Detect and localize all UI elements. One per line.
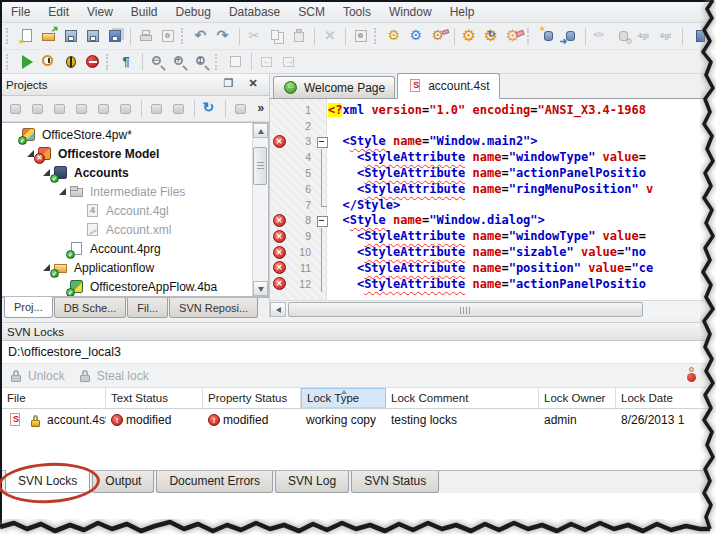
schedule-button[interactable]	[38, 51, 60, 72]
code-line-8[interactable]: 8 <Style name="Window.dialog">	[270, 213, 714, 229]
folder-open-icon	[41, 28, 58, 44]
editor-hscrollbar[interactable]	[270, 300, 714, 318]
debug-button[interactable]	[60, 51, 82, 72]
clipped-button[interactable]	[687, 26, 709, 47]
tree-item-accounts[interactable]: Accounts	[2, 163, 268, 182]
menu-item-scm[interactable]: SCM	[289, 5, 334, 19]
code-line-6[interactable]: 6 <StyleAttribute name="ringMenuPosition…	[270, 181, 714, 197]
code-line-3[interactable]: 3 <Style name="Window.main2">	[270, 134, 714, 150]
fold-toggle-icon[interactable]	[315, 134, 328, 150]
rebuild-button[interactable]	[406, 26, 428, 47]
zoom-in-button[interactable]: +	[169, 51, 191, 72]
zoom-1-icon: 1	[194, 54, 211, 70]
menu-item-tools[interactable]: Tools	[334, 5, 380, 19]
menu-item-build[interactable]: Build	[122, 5, 167, 19]
code-text: <StyleAttribute name="actionPanelPositio	[328, 277, 646, 291]
scroll-up-icon[interactable]	[253, 123, 268, 138]
code-line-1[interactable]: 1<?xml version="1.0" encoding="ANSI_X3.4…	[270, 102, 714, 118]
editor-tab-welcome-page[interactable]: Welcome Page	[273, 76, 395, 98]
column-header-lock-date[interactable]: Lock Date	[616, 388, 722, 408]
bottom-tab-document-errors[interactable]: Document Errors	[156, 471, 273, 493]
code-line-4[interactable]: 4 <StyleAttribute name="windowType" valu…	[270, 149, 714, 165]
code-line-2[interactable]: 2	[270, 118, 714, 134]
refresh-button[interactable]	[199, 98, 221, 119]
close-panel-button[interactable]	[243, 74, 265, 95]
expander-icon[interactable]	[56, 185, 69, 198]
menu-item-edit[interactable]: Edit	[39, 5, 78, 19]
panel-tab-svn-reposi[interactable]: SVN Reposi...	[169, 298, 258, 318]
stop-button[interactable]	[82, 51, 104, 72]
menu-item-window[interactable]: Window	[380, 5, 441, 19]
whitespace-button[interactable]	[116, 51, 138, 72]
tree-item-officestore-4pw[interactable]: OfficeStore.4pw*	[2, 125, 268, 144]
import-database-button[interactable]	[559, 26, 581, 47]
compile-4gl-button	[634, 26, 656, 47]
column-header-text-status[interactable]: Text Status	[106, 388, 203, 408]
tree-item-account-4gl[interactable]: Account.4gl	[2, 201, 268, 220]
line-number: 9	[288, 230, 315, 242]
redo-button[interactable]	[213, 26, 235, 47]
new-file-button[interactable]	[16, 26, 38, 47]
code-line-7[interactable]: 7 </Style>	[270, 197, 714, 213]
tree-item-account-xml[interactable]: Account.xml	[2, 220, 268, 239]
cell-text-status: modified	[106, 413, 203, 427]
tree-item-applicationflow[interactable]: Applicationflow	[2, 258, 268, 277]
panel-tab-fil[interactable]: Fil...	[127, 298, 168, 318]
bottom-tab-svn-locks[interactable]: SVN Locks	[5, 470, 90, 493]
open-folder-button	[93, 98, 115, 119]
editor-tab-account-4st[interactable]: account.4st	[397, 73, 499, 99]
tree-item-intermediate-files[interactable]: Intermediate Files	[2, 182, 268, 201]
zoom-reset-button[interactable]: 1	[191, 51, 213, 72]
code-line-9[interactable]: 9 <StyleAttribute name="windowType" valu…	[270, 228, 714, 244]
build-button[interactable]	[384, 26, 406, 47]
bottom-tab-label: Document Errors	[169, 474, 260, 488]
column-header-lock-comment[interactable]: Lock Comment	[386, 388, 539, 408]
scrollbar-thumb[interactable]	[253, 147, 267, 185]
hscrollbar-thumb[interactable]	[288, 302, 643, 317]
save-button[interactable]	[60, 26, 82, 47]
code-line-10[interactable]: 10 <StyleAttribute name="sizable" value=…	[270, 244, 714, 260]
menu-item-help[interactable]: Help	[441, 5, 484, 19]
code-editor[interactable]: 1<?xml version="1.0" encoding="ANSI_X3.4…	[270, 99, 714, 300]
tree-item-officestoreappflow-4ba[interactable]: OfficestoreAppFlow.4ba	[2, 277, 268, 296]
float-panel-button[interactable]	[219, 74, 241, 95]
menu-item-view[interactable]: View	[78, 5, 122, 19]
tree-item-label: Officestore Model	[58, 147, 159, 161]
column-header-lock-type[interactable]: Lock Type	[301, 388, 386, 408]
save-as-button[interactable]	[82, 26, 104, 47]
menu-item-database[interactable]: Database	[220, 5, 289, 19]
undo-button[interactable]	[191, 26, 213, 47]
open-button[interactable]	[38, 26, 60, 47]
tree-item-account-4prg[interactable]: Account.4prg	[2, 239, 268, 258]
tree-scrollbar[interactable]	[252, 123, 268, 296]
menu-item-debug[interactable]: Debug	[167, 5, 220, 19]
build-all-button[interactable]	[459, 26, 481, 47]
new-database-button[interactable]	[537, 26, 559, 47]
file-4ba-icon	[69, 279, 86, 295]
menu-item-file[interactable]: File	[2, 5, 39, 19]
bottom-tab-output[interactable]: Output	[92, 471, 154, 493]
scroll-left-icon[interactable]	[270, 302, 286, 317]
code-line-11[interactable]: 11 <StyleAttribute name="position" value…	[270, 260, 714, 276]
clean-button[interactable]	[428, 26, 450, 47]
sfile-icon	[407, 78, 424, 94]
code-line-12[interactable]: 12 <StyleAttribute name="actionPanelPosi…	[270, 276, 714, 292]
db-import-icon	[562, 28, 579, 44]
scroll-down-icon[interactable]	[253, 281, 268, 296]
panel-tab-db-sche[interactable]: DB Sche...	[54, 298, 127, 318]
bottom-tab-svn-status[interactable]: SVN Status	[351, 471, 439, 493]
rebuild-all-button[interactable]	[481, 26, 503, 47]
clean-all-button[interactable]	[503, 26, 525, 47]
table-row[interactable]: account.4stmodifiedmodifiedworking copyt…	[2, 409, 714, 431]
save-all-button[interactable]	[104, 26, 126, 47]
panel-tab-proj[interactable]: Proj...	[4, 297, 53, 318]
run-button[interactable]	[16, 51, 38, 72]
column-header-property-status[interactable]: Property Status	[203, 388, 301, 408]
fold-toggle-icon[interactable]	[315, 213, 328, 229]
column-header-file[interactable]: File	[2, 388, 106, 408]
column-header-lock-owner[interactable]: Lock Owner	[539, 388, 616, 408]
code-line-5[interactable]: 5 <StyleAttribute name="actionPanelPosit…	[270, 165, 714, 181]
zoom-out-button[interactable]: −	[147, 51, 169, 72]
tree-item-officestore-model[interactable]: Officestore Model	[2, 144, 268, 163]
bottom-tab-svn-log[interactable]: SVN Log	[275, 471, 349, 493]
